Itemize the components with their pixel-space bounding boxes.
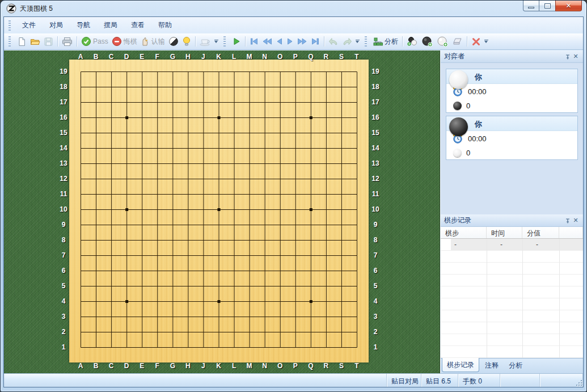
moves-col-header[interactable] [559, 227, 583, 238]
close-panel-icon[interactable]: ✕ [572, 53, 580, 61]
play-button[interactable] [230, 36, 243, 47]
board-grid[interactable] [80, 71, 358, 348]
board-row-label: 6 [62, 267, 66, 275]
board-row-label: 16 [60, 113, 67, 121]
open-button[interactable] [28, 36, 42, 48]
board-row-label: 16 [371, 113, 379, 121]
menu-item[interactable]: 摆局 [97, 18, 124, 33]
next-variation-button[interactable] [340, 36, 354, 47]
moves-cell: - [522, 239, 559, 250]
rewind-button[interactable] [260, 36, 274, 47]
board-col-label: L [232, 53, 236, 61]
add-white-stone-button[interactable] [435, 35, 450, 48]
capture-count: 0 [466, 149, 470, 157]
felt-seam [391, 50, 391, 373]
delete-x-icon [471, 37, 481, 47]
tab-active[interactable]: 棋步记录 [442, 358, 479, 372]
column-separator [559, 239, 560, 358]
new-game-button[interactable] [15, 36, 28, 48]
moves-row-empty[interactable] [441, 263, 583, 275]
toolbar1-grip[interactable] [9, 36, 11, 47]
moves-col-header[interactable]: 分值 [522, 227, 559, 238]
menu-item[interactable]: 查看 [124, 18, 151, 33]
player-captures-row: 0 [446, 146, 577, 159]
undo-move-button[interactable]: 悔棋 [110, 35, 139, 48]
delete-button[interactable] [470, 36, 483, 48]
title-bar[interactable]: 天顶围棋 5 ✕ [1, 1, 586, 16]
erase-stone-button[interactable] [450, 36, 464, 48]
pass-button[interactable]: Pass [79, 35, 110, 48]
menu-item[interactable]: 导航 [70, 18, 97, 33]
pin-icon[interactable] [564, 217, 572, 225]
close-panel-icon[interactable]: ✕ [572, 217, 580, 225]
new-file-icon [17, 37, 27, 47]
moves-row-empty[interactable] [441, 334, 583, 346]
toolbar-overflow-button[interactable] [484, 36, 489, 47]
board-row-label: 17 [60, 98, 67, 106]
client-area: 文件对局导航摆局查看帮助 [3, 16, 584, 387]
score-estimate-button[interactable] [167, 35, 180, 48]
moves-row-selected[interactable]: --- [441, 239, 583, 251]
moves-row-empty[interactable] [441, 322, 583, 334]
go-board[interactable] [69, 60, 369, 363]
pin-icon[interactable] [564, 53, 572, 61]
player-time-row: 00:00 [446, 131, 577, 146]
status-cell: 贴目 6.5 [421, 374, 458, 387]
players-panel-header: 对弈者 ✕ [441, 50, 583, 63]
menu-item[interactable]: 对局 [43, 18, 70, 33]
board-area[interactable]: AABBCCDDEEFFGGHHJJKKLLMMNNOOPPQQRRSSTT19… [4, 50, 440, 373]
tab-inactive[interactable]: 分析 [504, 359, 527, 372]
print-button[interactable] [60, 36, 74, 48]
menu-bar: 文件对局导航摆局查看帮助 [4, 17, 583, 33]
save-button[interactable] [42, 36, 55, 48]
app-window: 天顶围棋 5 ✕ 文件对局导航摆局查看帮助 [0, 0, 587, 392]
board-col-label: J [201, 362, 205, 370]
white-stone-add-icon [437, 36, 449, 47]
board-col-label: L [232, 362, 236, 370]
moves-col-header[interactable]: 时间 [487, 227, 522, 238]
forward-button[interactable] [285, 36, 295, 47]
board-row-label: 3 [374, 313, 378, 321]
resize-grip[interactable] [575, 379, 582, 386]
menu-item[interactable]: 文件 [15, 18, 43, 33]
branch-back-icon [328, 37, 339, 46]
add-black-stone-button[interactable] [420, 35, 435, 48]
moves-row-empty[interactable] [441, 286, 583, 298]
close-button[interactable]: ✕ [555, 1, 582, 11]
go-first-button[interactable] [248, 36, 260, 47]
board-col-label: C [109, 53, 114, 61]
go-last-button[interactable] [309, 36, 322, 47]
moves-table[interactable]: 棋步时间分值 --- [441, 227, 583, 358]
toolbar2-grip[interactable] [223, 36, 226, 47]
toolbar-overflow-button[interactable] [214, 36, 219, 47]
moves-row-empty[interactable] [441, 251, 583, 263]
moves-row-empty[interactable] [441, 298, 583, 310]
prev-variation-button[interactable] [327, 36, 340, 47]
player-time: 00:00 [468, 87, 487, 96]
resign-button[interactable]: 认输 [139, 36, 167, 48]
break-button[interactable] [198, 36, 213, 47]
back-button[interactable] [274, 36, 285, 47]
toolbar-overflow-button[interactable] [355, 36, 360, 47]
toolbar3-grip[interactable] [365, 36, 367, 47]
tab-inactive[interactable]: 注释 [480, 359, 503, 372]
menu-item[interactable]: 帮助 [151, 18, 179, 33]
fast-forward-button[interactable] [295, 36, 309, 47]
alternate-stones-button[interactable] [405, 35, 420, 48]
moves-panel: 棋步记录 ✕ 棋步时间分值 --- 棋步记录注释分析 [441, 214, 583, 373]
board-col-label: E [140, 362, 144, 370]
player-time-row: 00:00 [446, 84, 577, 99]
moves-row-empty[interactable] [441, 310, 583, 322]
maximize-button[interactable] [539, 1, 555, 11]
minimize-button[interactable] [523, 1, 539, 11]
minimize-icon [528, 7, 534, 9]
menubar-grip[interactable] [9, 20, 11, 31]
board-col-label: M [247, 53, 252, 61]
black-stone-add-icon [421, 36, 433, 47]
moves-col-header[interactable]: 棋步 [441, 227, 487, 238]
moves-row-empty[interactable] [441, 275, 583, 286]
board-col-label: O [277, 53, 282, 61]
moves-row-empty[interactable] [441, 346, 583, 358]
hint-button[interactable] [180, 35, 193, 48]
analyze-button[interactable]: 分析 [371, 36, 400, 48]
